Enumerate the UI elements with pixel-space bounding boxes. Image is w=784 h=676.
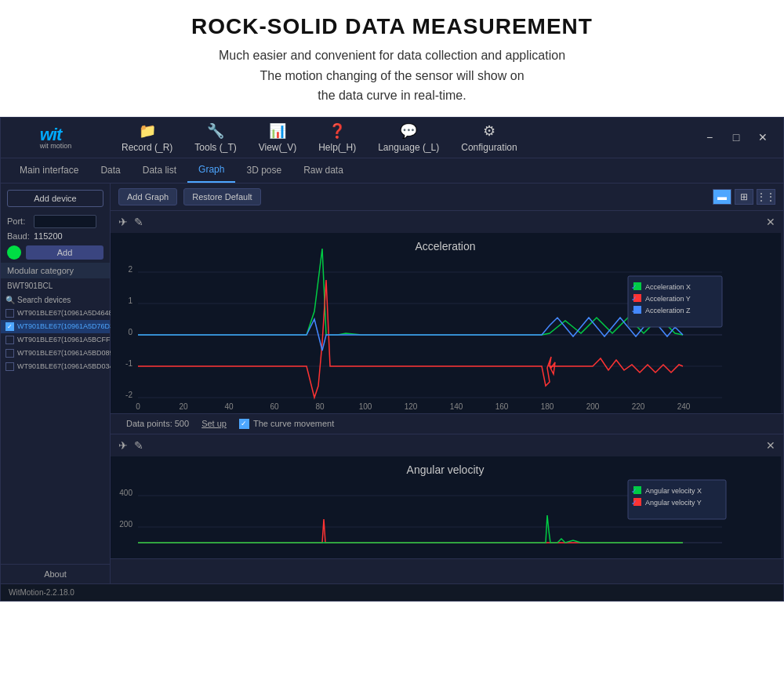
svg-text:100: 100 xyxy=(359,402,372,411)
svg-text:220: 220 xyxy=(632,402,645,411)
grid-view-button[interactable]: ⊞ xyxy=(735,189,753,205)
add-device-button[interactable]: Add device xyxy=(7,190,103,207)
svg-text:0: 0 xyxy=(136,402,140,411)
menu-bar: 📁 Record (_R) 🔧 Tools (_T) 📊 View(_V) ❓ … xyxy=(103,119,697,156)
window-controls: − □ ✕ xyxy=(697,125,775,150)
chart-edit-icon[interactable]: ✎ xyxy=(134,216,143,228)
close-acceleration-chart[interactable]: ✕ xyxy=(766,216,775,228)
device-item-2[interactable]: WT901BLE67(10961A5D76D3) xyxy=(1,320,110,333)
device-item-5[interactable]: WT901BLE67(10961A5BD034) xyxy=(1,360,110,373)
sidebar: Add device Port: Baud: 115200 Add Modula… xyxy=(1,184,111,583)
logo-sub: wit motion xyxy=(40,142,72,150)
tab-data[interactable]: Data xyxy=(89,158,131,183)
chart-header-angular: ✈ ✎ ✕ xyxy=(111,434,783,456)
svg-text:✓: ✓ xyxy=(631,295,637,303)
close-button[interactable]: ✕ xyxy=(750,125,775,150)
svg-text:Acceleration: Acceleration xyxy=(415,240,475,253)
chart-edit-icon-2[interactable]: ✎ xyxy=(134,439,143,452)
restore-default-button[interactable]: Restore Default xyxy=(183,188,260,205)
baud-value: 115200 xyxy=(34,231,63,241)
record-icon: 📁 xyxy=(139,122,156,140)
menu-language[interactable]: 💬 Language (_L) xyxy=(367,119,450,156)
device-item-3[interactable]: WT901BLE67(10961A5BCFF1) xyxy=(1,333,110,347)
bottom-bar: WitMotion-2.2.18.0 xyxy=(1,583,783,601)
acceleration-chart-area: Acceleration 2 1 0 -1 -2 xyxy=(111,233,783,413)
svg-text:400: 400 xyxy=(119,489,132,497)
chart-move-icon-2[interactable]: ✈ xyxy=(118,439,128,452)
port-input[interactable] xyxy=(34,215,96,228)
tab-raw-data[interactable]: Raw data xyxy=(292,158,354,183)
angular-velocity-chart-panel: ✈ ✎ ✕ Angular velocity 400 200 xyxy=(111,434,783,559)
svg-text:✓: ✓ xyxy=(631,487,637,495)
svg-text:60: 60 xyxy=(270,402,279,411)
svg-text:1: 1 xyxy=(128,296,132,305)
title-bar: wit wit motion 📁 Record (_R) 🔧 Tools (_T… xyxy=(1,118,783,158)
tools-icon: 🔧 xyxy=(207,122,224,140)
angular-chart-area: Angular velocity 400 200 xyxy=(111,456,783,558)
main-content: Add device Port: Baud: 115200 Add Modula… xyxy=(1,184,783,583)
graph-toolbar: Add Graph Restore Default ▬ ⊞ ⋮⋮ xyxy=(111,184,783,211)
view-buttons: ▬ ⊞ ⋮⋮ xyxy=(713,189,775,205)
tab-3d-pose[interactable]: 3D pose xyxy=(235,158,292,183)
close-angular-chart[interactable]: ✕ xyxy=(766,439,775,452)
baud-field: Baud: 115200 xyxy=(1,230,110,242)
main-title: ROCK-SOLID DATA MEASUREMENT xyxy=(16,14,768,39)
charts-container: ✈ ✎ ✕ Acceleration 2 1 xyxy=(111,211,783,583)
device-item-1[interactable]: WT901BLE67(10961A5D4648) xyxy=(1,307,110,320)
add-graph-button[interactable]: Add Graph xyxy=(118,188,177,205)
menu-view[interactable]: 📊 View(_V) xyxy=(248,119,307,156)
chart-move-icon[interactable]: ✈ xyxy=(118,216,128,228)
device-item-4[interactable]: WT901BLE67(10961A5BD089) xyxy=(1,347,110,360)
menu-tools[interactable]: 🔧 Tools (_T) xyxy=(183,119,247,156)
connection-indicator xyxy=(7,245,21,260)
svg-text:✓: ✓ xyxy=(631,283,637,291)
sidebar-add-device-section: Add device xyxy=(1,184,110,213)
angular-velocity-svg: Angular velocity 400 200 xyxy=(111,456,781,558)
port-field: Port: xyxy=(1,213,110,230)
device-checkbox-3[interactable] xyxy=(5,336,14,344)
chart-footer-acceleration: Data points: 500 Set up The curve moveme… xyxy=(111,413,783,434)
search-devices-label: Search devices xyxy=(17,296,71,304)
device-checkbox-1[interactable] xyxy=(5,309,14,318)
svg-text:240: 240 xyxy=(677,402,691,411)
curve-movement-checkbox[interactable] xyxy=(239,419,249,429)
svg-text:180: 180 xyxy=(541,402,554,411)
search-row: 🔍 Search devices xyxy=(1,293,110,307)
svg-text:2: 2 xyxy=(128,265,132,274)
tab-data-list[interactable]: Data list xyxy=(132,158,187,183)
add-button[interactable]: Add xyxy=(26,245,103,260)
svg-text:Acceleration Y: Acceleration Y xyxy=(645,295,691,303)
modular-category-section: Modular category xyxy=(1,263,110,278)
menu-help[interactable]: ❓ Help(_H) xyxy=(307,119,367,156)
help-icon: ❓ xyxy=(328,122,346,140)
svg-text:Acceleration Z: Acceleration Z xyxy=(645,307,691,314)
chart-header-acceleration: ✈ ✎ ✕ xyxy=(111,211,783,233)
about-button[interactable]: About xyxy=(1,564,110,583)
menu-config[interactable]: ⚙ Configuration xyxy=(450,119,528,156)
minimize-button[interactable]: − xyxy=(697,125,722,150)
language-icon: 💬 xyxy=(400,122,417,140)
app-window: wit wit motion 📁 Record (_R) 🔧 Tools (_T… xyxy=(0,117,784,601)
menu-record[interactable]: 📁 Record (_R) xyxy=(111,119,183,156)
nav-tabs: Main interface Data Data list Graph 3D p… xyxy=(1,158,783,184)
device-checkbox-5[interactable] xyxy=(5,362,14,371)
svg-text:200: 200 xyxy=(119,520,132,529)
svg-text:0: 0 xyxy=(128,328,132,336)
tab-main-interface[interactable]: Main interface xyxy=(9,158,89,183)
right-panel: Add Graph Restore Default ▬ ⊞ ⋮⋮ ✈ ✎ ✕ xyxy=(111,184,783,583)
single-view-button[interactable]: ▬ xyxy=(713,189,731,205)
acceleration-chart-panel: ✈ ✎ ✕ Acceleration 2 1 xyxy=(111,211,783,434)
version-label: WitMotion-2.2.18.0 xyxy=(9,588,74,597)
svg-text:120: 120 xyxy=(405,402,418,411)
tab-graph[interactable]: Graph xyxy=(187,158,235,183)
device-checkbox-2[interactable] xyxy=(5,322,14,331)
svg-text:40: 40 xyxy=(224,402,234,411)
multi-view-button[interactable]: ⋮⋮ xyxy=(757,189,775,205)
maximize-button[interactable]: □ xyxy=(724,125,749,150)
setup-link[interactable]: Set up xyxy=(201,419,227,428)
svg-text:Angular velocity Y: Angular velocity Y xyxy=(645,499,702,507)
add-row: Add xyxy=(1,242,110,263)
device-checkbox-4[interactable] xyxy=(5,349,14,358)
subtitle: Much easier and convenient for data coll… xyxy=(16,45,768,106)
svg-text:✓: ✓ xyxy=(631,499,637,507)
